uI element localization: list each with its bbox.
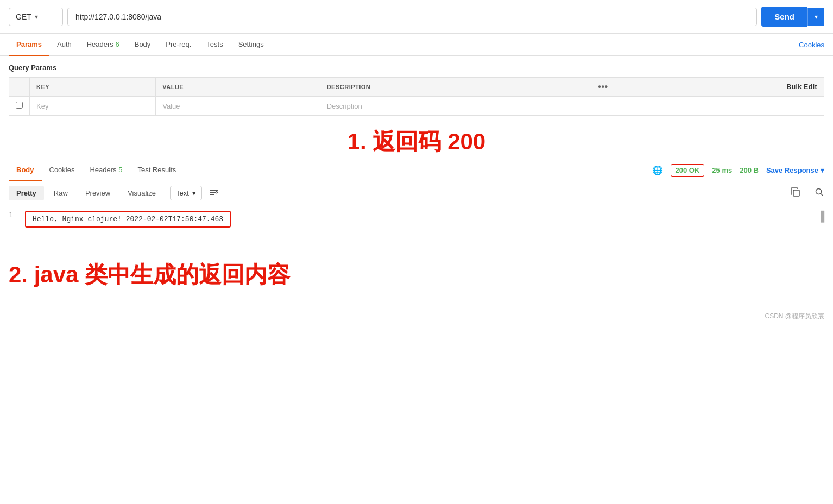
headers-badge: 6 bbox=[115, 40, 119, 48]
key-cell[interactable]: Key bbox=[30, 97, 156, 116]
copy-icon[interactable] bbox=[791, 187, 800, 199]
format-selector-label: Text bbox=[176, 189, 189, 197]
search-icon[interactable] bbox=[815, 187, 824, 199]
tab-response-headers[interactable]: Headers 5 bbox=[82, 159, 130, 181]
method-value: GET bbox=[16, 12, 31, 21]
bulk-edit-col-header[interactable]: Bulk Edit bbox=[615, 78, 824, 97]
send-button[interactable]: Send bbox=[761, 7, 807, 27]
format-tab-preview[interactable]: Preview bbox=[78, 186, 118, 200]
format-selector[interactable]: Text ▾ bbox=[170, 186, 202, 200]
row-checkbox[interactable] bbox=[9, 97, 30, 116]
svg-rect-3 bbox=[793, 190, 799, 196]
format-tab-visualize[interactable]: Visualize bbox=[120, 186, 163, 200]
svg-point-4 bbox=[816, 188, 822, 194]
url-input[interactable] bbox=[67, 8, 757, 26]
format-bar: Pretty Raw Preview Visualize Text ▾ bbox=[0, 181, 833, 205]
footer-text: CSDN @程序员欣宸 bbox=[765, 312, 824, 320]
status-badge: 200 OK bbox=[671, 164, 705, 177]
globe-icon: 🌐 bbox=[652, 165, 663, 175]
query-params-section: Query Params KEY VALUE DESCRIPTION ••• B… bbox=[0, 56, 833, 116]
response-content: Hello, Nginx clojure! 2022-02-02T17:50:4… bbox=[25, 211, 231, 228]
tab-response-body[interactable]: Body bbox=[9, 159, 42, 181]
send-chevron-button[interactable]: ▾ bbox=[807, 8, 824, 26]
tab-params[interactable]: Params bbox=[9, 34, 49, 56]
tab-auth[interactable]: Auth bbox=[49, 34, 79, 56]
row-more[interactable] bbox=[591, 97, 615, 116]
tab-tests[interactable]: Tests bbox=[199, 34, 230, 56]
url-bar: GET ▾ Send ▾ bbox=[0, 0, 833, 34]
format-tab-pretty[interactable]: Pretty bbox=[9, 186, 44, 200]
request-tabs: Params Auth Headers 6 Body Pre-req. Test… bbox=[0, 34, 833, 56]
format-bar-right bbox=[791, 187, 824, 199]
wrap-icon[interactable] bbox=[209, 188, 219, 199]
checkbox-col-header bbox=[9, 78, 30, 97]
save-response-label: Save Response bbox=[766, 166, 818, 174]
response-meta: 🌐 200 OK 25 ms 200 B Save Response ▾ bbox=[652, 164, 825, 177]
row-bulk bbox=[615, 97, 824, 116]
tab-headers[interactable]: Headers 6 bbox=[79, 34, 127, 56]
timing-value: 25 ms bbox=[712, 166, 732, 174]
line-number: 1 bbox=[9, 211, 25, 219]
save-response-button[interactable]: Save Response ▾ bbox=[766, 166, 824, 174]
response-body: 1 Hello, Nginx clojure! 2022-02-02T17:50… bbox=[0, 205, 833, 249]
cookies-link[interactable]: Cookies bbox=[799, 41, 824, 49]
method-selector[interactable]: GET ▾ bbox=[9, 8, 63, 26]
annotation-2-text: 2. java 类中生成的返回内容 bbox=[0, 249, 833, 306]
tab-response-cookies[interactable]: Cookies bbox=[42, 159, 83, 181]
description-cell[interactable]: Description bbox=[320, 97, 591, 116]
footer: CSDN @程序员欣宸 bbox=[0, 306, 833, 326]
response-area: 1 Hello, Nginx clojure! 2022-02-02T17:50… bbox=[0, 205, 833, 249]
response-headers-badge: 5 bbox=[118, 166, 122, 174]
response-tabs-bar: Body Cookies Headers 5 Test Results 🌐 20… bbox=[0, 159, 833, 181]
params-table: KEY VALUE DESCRIPTION ••• Bulk Edit Key … bbox=[9, 77, 824, 116]
value-cell[interactable]: Value bbox=[156, 97, 320, 116]
method-chevron-icon: ▾ bbox=[35, 13, 38, 21]
tab-test-results[interactable]: Test Results bbox=[130, 159, 184, 181]
tab-settings[interactable]: Settings bbox=[231, 34, 272, 56]
key-col-header: KEY bbox=[30, 78, 156, 97]
more-col-header[interactable]: ••• bbox=[591, 78, 615, 97]
send-button-group: Send ▾ bbox=[761, 7, 824, 27]
table-row: Key Value Description bbox=[9, 97, 824, 116]
checkbox-input[interactable] bbox=[16, 102, 23, 109]
value-col-header: VALUE bbox=[156, 78, 320, 97]
query-params-title: Query Params bbox=[9, 64, 824, 72]
annotation-1-overlay: 1. 返回码 200 bbox=[0, 116, 833, 159]
tab-body[interactable]: Body bbox=[127, 34, 159, 56]
response-line-1: 1 Hello, Nginx clojure! 2022-02-02T17:50… bbox=[9, 205, 824, 233]
scrollbar-handle[interactable]: ▐ bbox=[811, 211, 824, 222]
annotation-1-text: 1. 返回码 200 bbox=[9, 121, 824, 159]
svg-line-5 bbox=[821, 193, 824, 196]
size-value: 200 B bbox=[740, 166, 759, 174]
tab-prereq[interactable]: Pre-req. bbox=[158, 34, 199, 56]
format-tab-raw[interactable]: Raw bbox=[46, 186, 75, 200]
format-selector-chevron-icon: ▾ bbox=[192, 189, 196, 197]
save-response-chevron-icon: ▾ bbox=[821, 166, 824, 174]
description-col-header: DESCRIPTION bbox=[320, 78, 591, 97]
